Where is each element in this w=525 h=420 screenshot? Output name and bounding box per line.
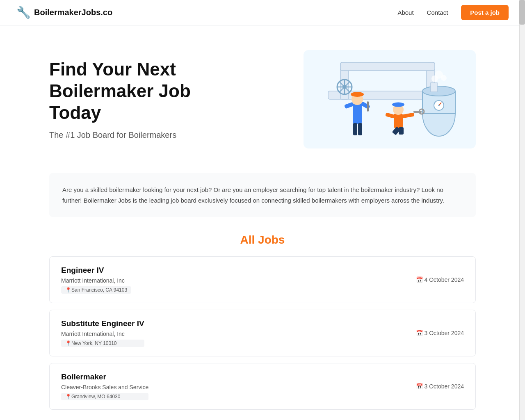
- location-icon: 📍: [65, 394, 71, 399]
- svg-rect-34: [399, 127, 404, 135]
- svg-point-13: [422, 86, 455, 96]
- location-icon: 📍: [65, 287, 71, 293]
- svg-rect-18: [353, 103, 362, 124]
- job-location: 📍New York, NY 10010: [61, 340, 144, 347]
- svg-rect-4: [340, 62, 435, 71]
- description-box: Are you a skilled boilermaker looking fo…: [49, 173, 476, 217]
- svg-rect-35: [413, 111, 422, 113]
- job-card[interactable]: Engineer IV Marriott International, Inc …: [49, 256, 476, 303]
- job-title: Engineer IV: [61, 266, 131, 275]
- logo-text: BoilermakerJobs.co: [34, 8, 112, 17]
- svg-rect-26: [367, 101, 369, 112]
- contact-link[interactable]: Contact: [427, 9, 448, 16]
- svg-point-10: [342, 85, 347, 89]
- post-job-button[interactable]: Post a job: [461, 5, 509, 20]
- hero-section: Find Your Next Boilermaker Job Today The…: [0, 25, 525, 165]
- main-nav: About Contact Post a job: [397, 5, 509, 20]
- calendar-icon: 📅: [416, 330, 423, 336]
- job-location: 📍San Francisco, CA 94103: [61, 286, 131, 294]
- job-info: Substitute Engineer IV Marriott Internat…: [61, 319, 144, 347]
- svg-rect-30: [393, 103, 404, 106]
- logo-icon: 🔧: [16, 6, 31, 19]
- logo[interactable]: 🔧 BoilermakerJobs.co: [16, 6, 112, 19]
- svg-rect-27: [394, 114, 403, 128]
- job-date: 📅 4 October 2024: [416, 276, 464, 283]
- svg-rect-14: [431, 83, 437, 92]
- scrollbar-thumb[interactable]: [519, 0, 525, 25]
- svg-point-17: [438, 105, 440, 106]
- job-company: Cleaver-Brooks Sales and Service: [61, 384, 148, 390]
- job-date: 📅 3 October 2024: [416, 383, 464, 390]
- job-location: 📍Grandview, MO 64030: [61, 393, 148, 400]
- job-card[interactable]: Substitute Engineer IV Marriott Internat…: [49, 310, 476, 356]
- job-company: Marriott International, Inc: [61, 277, 131, 284]
- job-title: Boilermaker: [61, 372, 148, 381]
- svg-point-39: [441, 75, 447, 81]
- svg-rect-21: [352, 93, 363, 96]
- job-info: Engineer IV Marriott International, Inc …: [61, 266, 131, 294]
- job-card[interactable]: Boilermaker Cleaver-Brooks Sales and Ser…: [49, 363, 476, 410]
- jobs-title: All Jobs: [49, 233, 476, 247]
- hero-illustration: [304, 50, 476, 148]
- job-title: Substitute Engineer IV: [61, 319, 144, 328]
- description-text: Are you a skilled boilermaker looking fo…: [62, 185, 463, 205]
- site-header: 🔧 BoilermakerJobs.co About Contact Post …: [0, 0, 525, 25]
- calendar-icon: 📅: [416, 276, 423, 283]
- scrollbar-track: [519, 0, 525, 420]
- hero-text: Find Your Next Boilermaker Job Today The…: [49, 59, 246, 139]
- hero-subheading: The #1 Job Board for Boilermakers: [49, 130, 246, 140]
- job-company: Marriott International, Inc: [61, 331, 144, 337]
- svg-rect-25: [358, 123, 362, 135]
- calendar-icon: 📅: [416, 383, 423, 390]
- job-info: Boilermaker Cleaver-Brooks Sales and Ser…: [61, 372, 148, 400]
- jobs-section: All Jobs Engineer IV Marriott Internatio…: [49, 233, 476, 410]
- location-icon: 📍: [65, 340, 71, 346]
- job-cards-container: Engineer IV Marriott International, Inc …: [49, 256, 476, 410]
- svg-rect-24: [353, 123, 357, 135]
- hero-heading: Find Your Next Boilermaker Job Today: [49, 59, 246, 123]
- job-date: 📅 3 October 2024: [416, 330, 464, 336]
- about-link[interactable]: About: [397, 9, 413, 16]
